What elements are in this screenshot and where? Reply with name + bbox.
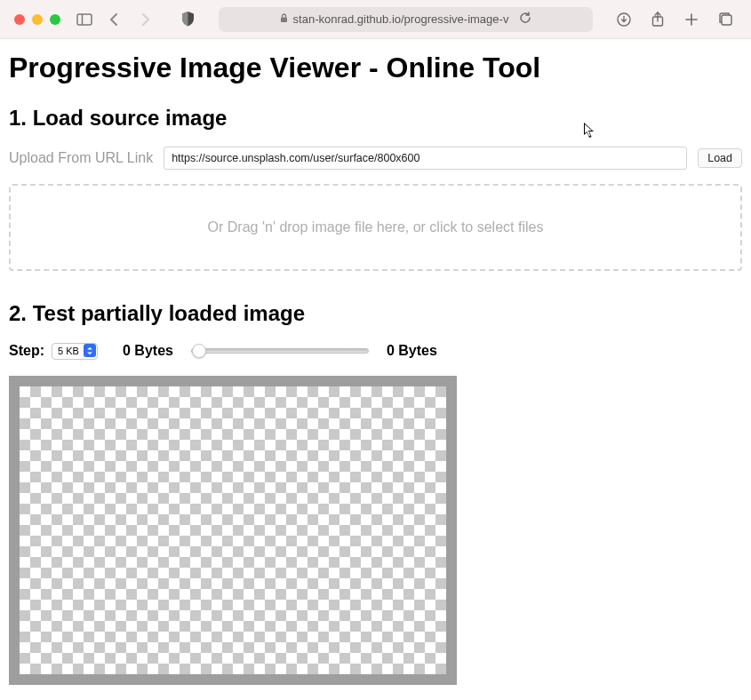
refresh-button[interactable] bbox=[519, 12, 531, 27]
sidebar-toggle-button[interactable] bbox=[73, 8, 96, 31]
url-text: stan-konrad.github.io/progressive-image-… bbox=[293, 12, 509, 26]
url-input[interactable] bbox=[164, 147, 687, 170]
bytes-total-label: 0 Bytes bbox=[387, 343, 437, 359]
bytes-loaded-label: 0 Bytes bbox=[123, 343, 173, 359]
share-button[interactable] bbox=[646, 8, 669, 31]
svg-marker-10 bbox=[87, 347, 92, 350]
load-button[interactable]: Load bbox=[698, 148, 742, 168]
close-window-button[interactable] bbox=[14, 14, 25, 25]
shield-icon[interactable] bbox=[176, 8, 199, 31]
browser-toolbar: stan-konrad.github.io/progressive-image-… bbox=[0, 0, 751, 39]
step-controls-row: Step: 5 KB 0 Bytes 0 Bytes bbox=[9, 342, 742, 360]
section2-heading: 2. Test partially loaded image bbox=[9, 301, 742, 326]
address-bar[interactable]: stan-konrad.github.io/progressive-image-… bbox=[219, 7, 593, 32]
page-content: Progressive Image Viewer - Online Tool 1… bbox=[0, 39, 751, 700]
downloads-button[interactable] bbox=[612, 8, 635, 31]
lock-icon bbox=[280, 13, 288, 25]
page-title: Progressive Image Viewer - Online Tool bbox=[9, 52, 742, 84]
svg-rect-9 bbox=[722, 15, 731, 25]
new-tab-button[interactable] bbox=[680, 8, 703, 31]
svg-marker-11 bbox=[87, 352, 92, 354]
tabs-overview-button[interactable] bbox=[714, 8, 737, 31]
image-preview-canvas bbox=[20, 386, 446, 674]
svg-rect-0 bbox=[77, 14, 92, 25]
forward-button[interactable] bbox=[133, 8, 156, 31]
section1-heading: 1. Load source image bbox=[9, 106, 742, 131]
file-dropzone[interactable]: Or Drag 'n' drop image file here, or cli… bbox=[9, 184, 742, 271]
image-preview-frame bbox=[9, 376, 457, 685]
svg-rect-2 bbox=[281, 18, 287, 23]
load-progress-slider[interactable] bbox=[191, 348, 369, 354]
minimize-window-button[interactable] bbox=[32, 14, 43, 25]
url-upload-label: Upload From URL Link bbox=[9, 150, 153, 166]
back-button[interactable] bbox=[103, 8, 126, 31]
dropzone-text: Or Drag 'n' drop image file here, or cli… bbox=[208, 219, 544, 235]
window-controls bbox=[14, 14, 60, 25]
select-chevron-icon bbox=[84, 344, 96, 357]
step-label: Step: bbox=[9, 343, 44, 359]
url-upload-row: Upload From URL Link Load bbox=[9, 147, 742, 170]
maximize-window-button[interactable] bbox=[50, 14, 60, 25]
